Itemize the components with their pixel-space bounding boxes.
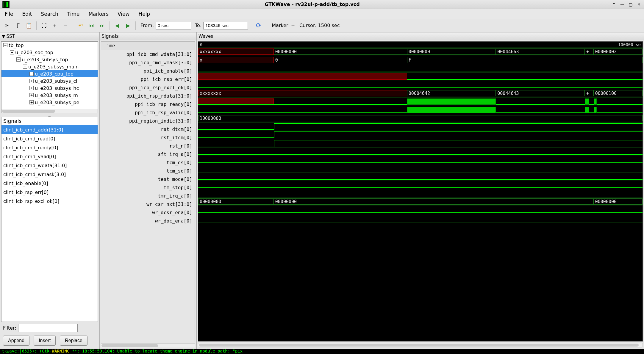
zoom-out-icon[interactable]: － [61,21,70,30]
tree-item[interactable]: +u_e203_subsys_cl [1,77,98,84]
tree-item[interactable]: −u_e203_soc_top [1,49,98,56]
wave-row[interactable] [198,181,643,189]
prev-icon[interactable]: ◀ [113,21,122,30]
tree-expander-icon[interactable]: − [16,57,21,62]
signal-list-item[interactable]: clint_icb_cmd_ready[0] [1,143,98,152]
wave-row[interactable] [198,64,643,73]
from-input[interactable] [156,22,191,29]
tree-expander-icon[interactable]: + [29,86,34,90]
displayed-signal-name[interactable]: wr_dcsr_ena[0] [101,208,195,217]
wave-row[interactable] [198,156,643,164]
displayed-signal-name[interactable]: ppi_icb_rsp_valid[0] [101,108,195,117]
paste-icon[interactable]: 📋 [24,21,33,30]
undo-icon[interactable]: ↶ [76,21,85,30]
tree-expander-icon[interactable]: − [23,65,27,69]
displayed-signal-name[interactable]: tmr_irq_a[0] [101,192,195,200]
displayed-signal-name[interactable]: rst_dtcm[0] [101,125,195,133]
displayed-signal-name[interactable]: ppi_region_indic[31:0] [101,117,195,125]
close-icon[interactable]: ✕ [636,2,642,7]
reload-icon[interactable]: ⟳ [254,21,263,30]
waves-hscrollbar[interactable] [198,343,643,347]
zoom-in-icon[interactable]: ＋ [50,21,59,30]
import-icon[interactable]: ⮦ [14,21,23,30]
wave-row[interactable] [198,164,643,173]
menu-file[interactable]: File [5,11,13,17]
tree-item[interactable]: +u_e203_subsys_pe [1,99,98,106]
wave-row[interactable] [198,98,643,106]
first-icon[interactable]: ⏮ [87,21,96,30]
displayed-signal-name[interactable]: ppi_icb_rsp_excl_ok[0] [101,83,195,92]
tree-expander-icon[interactable]: + [29,79,34,83]
wave-row[interactable] [198,106,643,114]
signal-list-item[interactable]: clint_icb_cmd_addr[31:0] [1,125,98,134]
wave-row[interactable] [198,173,643,181]
displayed-signal-name[interactable]: ppi_icb_rsp_err[0] [101,75,195,83]
tree-expander-icon[interactable]: − [10,50,14,54]
tree-expander-icon[interactable]: + [29,72,34,76]
displayed-signal-name[interactable]: sft_irq_a[0] [101,150,195,158]
wave-row[interactable] [198,81,643,89]
next-icon[interactable]: ▶ [124,21,132,30]
splitter[interactable]: ⋯ [0,115,99,117]
menu-time[interactable]: Time [67,11,80,17]
displayed-signal-name[interactable]: ppi_icb_rsp_ready[0] [101,100,195,108]
wave-row[interactable]: 10000000 [198,114,643,123]
displayed-signal-name[interactable]: wr_dpc_ena[0] [101,217,195,225]
displayed-signal-name[interactable]: rst_n[0] [101,142,195,150]
signal-list-item[interactable]: clint_icb_cmd_read[0] [1,134,98,143]
menu-markers[interactable]: Markers [88,11,109,17]
tree-expander-icon[interactable]: + [29,93,34,97]
wave-row[interactable] [198,123,643,131]
wave-row[interactable] [198,206,643,214]
wave-row[interactable] [198,189,643,198]
wave-row[interactable] [198,139,643,148]
append-button[interactable]: Append [3,336,29,346]
signal-list-item[interactable]: clint_icb_rsp_excl_ok[0] [1,197,98,206]
displayed-signal-name[interactable]: tcm_sd[0] [101,167,195,175]
wave-row[interactable]: xxxxxxxx0000464200044643+00000100 [198,89,643,98]
displayed-signal-name[interactable]: ppi_icb_cmd_wmask[3:0] [101,58,195,67]
wave-row[interactable] [198,73,643,81]
displayed-signal-name[interactable]: wr_csr_nxt[31:0] [101,200,195,208]
menu-search[interactable]: Search [41,11,58,17]
displayed-signal-name[interactable]: ppi_icb_cmd_wdata[31:0] [101,50,195,58]
tree-expander-icon[interactable]: − [3,43,7,47]
tree-item[interactable]: +u_e203_subsys_hc [1,84,98,92]
zoom-fit-icon[interactable]: ⛶ [40,21,49,30]
minimize-icon[interactable]: — [620,2,625,7]
insert-button[interactable]: Insert [34,336,56,346]
displayed-signal-name[interactable]: test_mode[0] [101,175,195,183]
displayed-signal-name[interactable]: ppi_icb_rsp_rdata[31:0] [101,92,195,100]
wave-row[interactable]: xxxxxxxx000000000000000000044663+0000000… [198,48,643,56]
displayed-signal-name[interactable]: rst_itcm[0] [101,133,195,142]
replace-button[interactable]: Replace [60,336,87,346]
wave-row[interactable]: x0F [198,56,643,64]
maximize-icon[interactable]: ▢ [628,2,633,7]
tree-hscrollbar[interactable] [1,109,98,113]
tree-item[interactable]: +u_e203_subsys_m [1,92,98,99]
tree-item[interactable]: −u_e203_subsys_top [1,56,98,63]
displayed-signal-name[interactable]: tm_stop[0] [101,183,195,192]
menu-edit[interactable]: Edit [22,11,32,17]
signal-names-list[interactable]: Time ppi_icb_cmd_wdata[31:0]ppi_icb_cmd_… [101,41,195,342]
signal-list-item[interactable]: clint_icb_cmd_wmask[3:0] [1,170,98,179]
to-input[interactable] [203,22,248,29]
menu-view[interactable]: View [118,11,129,17]
wave-row[interactable] [198,131,643,139]
menu-help[interactable]: Help [138,11,150,17]
tree-item[interactable]: +u_e203_cpu_top [1,70,98,77]
signals-hscrollbar[interactable] [101,343,195,347]
wave-row[interactable]: 000000000000000000000000 [198,198,643,206]
waveform-area[interactable]: 0 100000 se xxxxxxxx00000000000000000004… [198,41,643,342]
signal-list-item[interactable]: clint_icb_rsp_err[0] [1,188,98,197]
displayed-signal-name[interactable]: tcm_ds[0] [101,158,195,167]
wave-row[interactable] [198,214,643,223]
signal-list-item[interactable]: clint_icb_cmd_wdata[31:0] [1,161,98,170]
filter-input[interactable] [18,324,78,332]
signal-list-item[interactable]: clint_icb_enable[0] [1,179,98,188]
collapse-triangle-icon[interactable]: ▼ [2,34,5,39]
displayed-signal-name[interactable]: ppi_icb_enable[0] [101,67,195,75]
signal-list[interactable]: clint_icb_cmd_addr[31:0]clint_icb_cmd_re… [1,125,98,322]
signal-list-item[interactable]: clint_icb_cmd_valid[0] [1,152,98,161]
tree-item[interactable]: −tb_top [1,42,98,49]
